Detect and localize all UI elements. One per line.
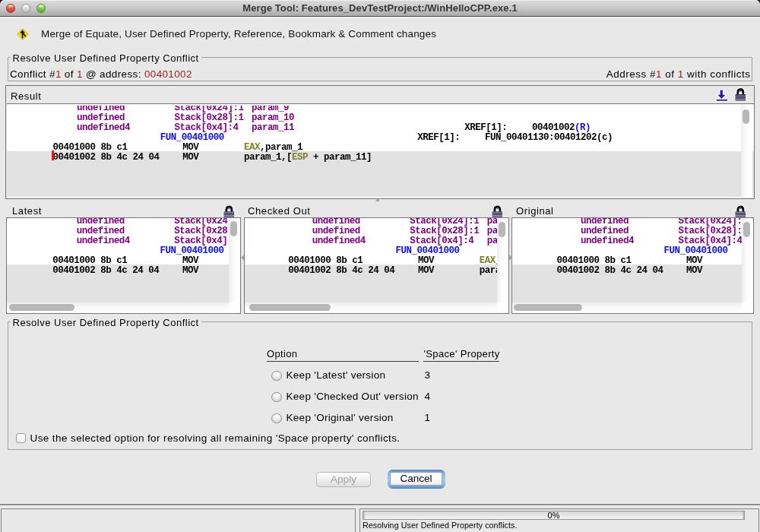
horizontal-scrollbar[interactable]: [7, 302, 229, 314]
conflict-info: Conflict #1 of 1 @ address: 00401002: [10, 68, 192, 80]
horizontal-scrollbar[interactable]: [512, 302, 742, 314]
horizontal-scrollbar-thumb[interactable]: [9, 304, 74, 311]
scrollbar-corner: [497, 302, 508, 314]
radio-keep-original[interactable]: [271, 413, 282, 424]
listing-row: 00401002 8b 4c 24 04MOVparam_1,[ESP + pa…: [512, 264, 753, 274]
original-listing[interactable]: undefinedStack[0x24]:1param_9undefinedSt…: [511, 217, 754, 314]
listing-row: FUN_00401000: [512, 244, 753, 254]
listing-row: undefinedStack[0x28]:1param_10: [512, 224, 753, 234]
scrollbar-corner: [742, 302, 753, 314]
listing-top-inset: [7, 104, 742, 106]
status-divider-highlight: [0, 505, 760, 507]
space-property-column-underline: [423, 361, 499, 362]
content-top-highlight: [0, 17, 760, 18]
use-for-all-label[interactable]: Use the selected option for resolving al…: [30, 432, 401, 444]
radio-label[interactable]: Keep 'Original' version: [287, 412, 394, 423]
status-left-panel: [1, 508, 356, 532]
listing-row: undefined4Stack[0x4]:4param_11: [512, 234, 753, 244]
horizontal-scrollbar[interactable]: [245, 302, 498, 314]
listing-row: 00401002 8b 4c 24 04MOVparam_1,[ESP + pa…: [245, 264, 509, 274]
cancel-button[interactable]: Cancel: [390, 472, 442, 486]
checkedout-listing[interactable]: undefinedStack[0x24]:1param_9undefinedSt…: [244, 217, 510, 314]
radio-keep-latest[interactable]: [271, 371, 282, 382]
listing-row: undefinedStack[0x28]:1param_10: [7, 111, 754, 121]
titlebar: Merge Tool: Features_DevTestProject:/Win…: [0, 0, 760, 17]
listing-row: undefinedStack[0x24]:1param_9: [7, 218, 240, 224]
lock-icon: [491, 204, 503, 217]
listing-row: undefinedStack[0x28]:1param_10: [7, 224, 240, 234]
options-groupbox-title: Resolve User Defined Property Conflict: [11, 317, 201, 328]
listing-row: 00401000 8b c1MOVEAX,param_1: [7, 141, 754, 150]
status-message: Resolving User Defined Property conflict…: [363, 521, 518, 530]
listing-row: undefinedStack[0x24]:1param_9: [245, 218, 509, 224]
latest-listing[interactable]: undefinedStack[0x24]:1param_9undefinedSt…: [6, 217, 241, 314]
splitpane-grip[interactable]: [509, 255, 512, 261]
radio-label[interactable]: Keep 'Latest' version: [287, 369, 386, 381]
listing-cursor: [52, 150, 54, 160]
conflict-groupbox-title: Resolve User Defined Property Conflict: [11, 52, 201, 64]
lock-icon: [734, 204, 746, 217]
scrollbar-corner: [229, 302, 240, 314]
listing-row: 00401000 8b c1MOVEAX,param_1: [512, 254, 753, 264]
merge-icon: [17, 28, 29, 40]
original-panel-title: Original: [516, 205, 554, 217]
radio-keep-checkedout[interactable]: [271, 392, 282, 403]
radio-value: 1: [425, 412, 431, 423]
result-listing[interactable]: undefinedStack[0x24]:1param_9undefinedSt…: [7, 103, 754, 198]
splitpane-grip[interactable]: [241, 255, 244, 261]
radio-value: 4: [425, 391, 431, 402]
vertical-scrollbar-thumb[interactable]: [499, 222, 505, 237]
cancel-button-focus-ring: Cancel: [388, 470, 445, 489]
banner-text: Merge of Equate, User Defined Property, …: [41, 28, 436, 40]
listing-row: undefined4Stack[0x4]:4param_11: [245, 234, 509, 244]
listing-row: 00401000 8b c1MOVEAX,param_1: [7, 254, 240, 264]
merge-tool-window: Merge Tool: Features_DevTestProject:/Win…: [0, 0, 760, 532]
options-groupbox: Resolve User Defined Property Conflict O…: [8, 321, 752, 450]
progress-bar: 0%: [363, 511, 745, 521]
radio-label[interactable]: Keep 'Checked Out' version: [287, 391, 419, 402]
horizontal-scrollbar-thumb[interactable]: [514, 304, 582, 311]
listing-row: 00401000 8b c1MOVEAX,param_1: [245, 254, 509, 264]
conflict-groupbox: Resolve User Defined Property Conflict C…: [8, 57, 752, 81]
option-column-underline: [267, 361, 419, 362]
latest-panel-title: Latest: [12, 205, 42, 217]
listing-row: FUN_00401000XREF[1]:FUN_00401130:0040120…: [7, 131, 754, 141]
listing-row: FUN_00401000: [7, 244, 240, 254]
vertical-scrollbar-thumb[interactable]: [743, 109, 749, 124]
listing-row: FUN_00401000: [245, 244, 509, 254]
horizontal-scrollbar-thumb[interactable]: [249, 304, 331, 311]
use-for-all-checkbox[interactable]: [16, 433, 26, 443]
listing-row: undefined4Stack[0x4]:4param_11: [7, 234, 240, 244]
apply-button[interactable]: Apply: [316, 472, 371, 487]
listing-row: undefinedStack[0x24]:1param_9: [512, 218, 753, 224]
window-title: Merge Tool: Features_DevTestProject:/Win…: [0, 0, 760, 16]
listing-row: 00401002 8b 4c 24 04MOVparam_1,[ESP + pa…: [7, 264, 240, 274]
radio-value: 3: [425, 369, 431, 381]
vertical-scrollbar-thumb[interactable]: [230, 221, 237, 236]
splitpane-grip[interactable]: [375, 198, 380, 201]
vertical-scrollbar[interactable]: [741, 104, 752, 198]
vertical-scrollbar[interactable]: [497, 218, 508, 302]
progress-percent: 0%: [363, 511, 744, 521]
vertical-scrollbar[interactable]: [229, 218, 240, 302]
address-info: Address #1 of 1 with conflicts: [606, 68, 751, 80]
vertical-scrollbar[interactable]: [742, 218, 753, 302]
status-right-panel: 0% Resolving User Defined Property confl…: [359, 508, 759, 532]
listing-row: undefined4Stack[0x4]:4param_11XREF[1]:00…: [7, 121, 754, 131]
option-column-header: Option: [267, 348, 297, 359]
lock-icon: [223, 204, 235, 217]
listing-row: 00401002 8b 4c 24 04MOVparam_1,[ESP + pa…: [7, 150, 754, 160]
checkedout-panel-title: Checked Out: [248, 205, 310, 217]
space-property-column-header: 'Space' Property: [424, 348, 500, 359]
listing-row: undefinedStack[0x28]:1param_10: [245, 224, 509, 234]
vertical-scrollbar-thumb[interactable]: [743, 222, 750, 237]
